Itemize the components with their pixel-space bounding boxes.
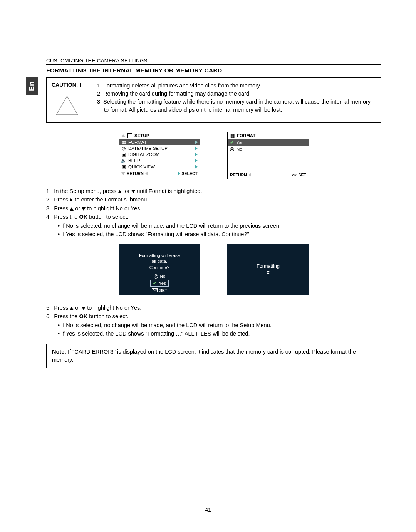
caution-item: 1. Formatting deletes all pictures and v… [97, 82, 376, 90]
lcd-item: 🔈BEEP [119, 158, 200, 164]
language-tab-label: En [28, 81, 36, 91]
eye-icon: ▣ [121, 164, 126, 169]
x-circle-icon [154, 274, 158, 279]
caution-box: CAUTION: ! 1. Formatting deletes all pic… [46, 77, 381, 123]
triangle-down-icon [131, 190, 135, 193]
lcd-footer-select: SELECT [182, 171, 198, 176]
triangle-left-icon [145, 171, 148, 175]
triangle-up-icon [70, 207, 74, 211]
lcd-item: ◷DATE/TIME SETUP [119, 145, 200, 151]
page-number: 41 [0, 507, 416, 513]
lcd-progress: Formatting ⧗ [227, 244, 309, 295]
triangle-down-icon [82, 307, 86, 310]
lcd-title: FORMAT [237, 133, 255, 138]
step: 4. Press the OK button to select. [46, 213, 381, 221]
step: 6. Press the OK button to select. [46, 312, 381, 321]
step-sub: • If No is selected, no change will be m… [46, 321, 381, 329]
x-circle-icon [230, 147, 234, 151]
breadcrumb: CUSTOMIZING THE CAMERA SETTINGS [46, 58, 381, 65]
triangle-down-icon [82, 207, 86, 211]
speaker-icon: 🔈 [121, 158, 126, 163]
step-sub: • If No is selected, no change will be m… [46, 222, 381, 230]
lcd-row-2: Formatting will erase all data. Continue… [46, 244, 381, 295]
step: 1. In the Setup menu, press or until For… [46, 187, 381, 195]
triangle-right-icon [195, 146, 198, 150]
lcd-item: ▣DIGITAL ZOOM [119, 151, 200, 158]
triangle-left-icon [248, 173, 251, 177]
ok-icon: OK [152, 288, 158, 292]
warning-triangle-icon [55, 96, 79, 116]
lcd-row-1: SETUP ▦FORMAT ◷DATE/TIME SETUP ▣DIGITAL … [46, 132, 381, 179]
confirm-message: Formatting will erase all data. Continue… [139, 253, 180, 271]
step-sub: • If Yes is selected, the LCD shows "For… [46, 230, 381, 238]
gear-icon [127, 133, 132, 138]
check-icon: ✔ [230, 140, 234, 145]
option-yes: ✔Yes [150, 280, 169, 287]
progress-label: Formatting [257, 263, 280, 269]
caution-label: CAUTION: ! [52, 82, 90, 91]
steps-block-2: 5. Press or to highlight No or Yes. 6. P… [46, 304, 381, 338]
lcd-footer-return: RETURN [230, 173, 247, 177]
triangle-right-icon [70, 198, 73, 202]
lcd-setup: SETUP ▦FORMAT ◷DATE/TIME SETUP ▣DIGITAL … [119, 132, 200, 179]
triangle-right-icon [178, 171, 180, 175]
step-sub: • If Yes is selected, the LCD shows "For… [46, 329, 381, 338]
step: 2. Press to enter the Format submenu. [46, 195, 381, 204]
option-no: No [151, 274, 168, 279]
lcd-title: SETUP [134, 133, 149, 138]
lcd-confirm: Formatting will erase all data. Continue… [119, 244, 200, 295]
lcd-footer-return: RETURN [127, 171, 144, 176]
triangle-right-icon [195, 140, 198, 144]
triangle-right-icon [195, 165, 198, 169]
lcd-item-no: No [228, 146, 309, 152]
confirm-footer: OKSET [119, 288, 200, 293]
triangle-right-icon [195, 159, 198, 163]
caution-text: 1. Formatting deletes all pictures and v… [97, 82, 376, 117]
lcd-format: ▦ FORMAT ✔Yes No RETURN OKSET [227, 132, 309, 179]
triangle-up-icon [118, 190, 122, 193]
clock-icon: ◷ [121, 146, 126, 151]
step: 5. Press or to highlight No or Yes. [46, 304, 381, 312]
grid-icon: ▦ [121, 140, 126, 144]
confirm-options: No ✔Yes [150, 274, 169, 287]
section-title: FORMATTING THE INTERNAL MEMORY OR MEMORY… [46, 67, 381, 74]
caution-item: 2. Removing the card during formatting m… [97, 90, 376, 98]
triangle-up-icon [70, 307, 74, 310]
check-icon: ✔ [153, 280, 157, 286]
language-tab: En [26, 77, 38, 95]
note-label: Note: [52, 349, 66, 355]
lcd-item-format: ▦FORMAT [119, 139, 200, 145]
triangle-right-icon [195, 153, 198, 156]
svg-marker-0 [56, 96, 78, 115]
lcd-item-yes: ✔Yes [228, 139, 309, 146]
hourglass-icon: ⧗ [266, 269, 270, 275]
triangle-down-icon [121, 172, 125, 175]
zoom-icon: ▣ [121, 152, 126, 157]
caution-item: 3. Selecting the formatting feature whil… [97, 98, 376, 114]
lcd-footer-set: SET [299, 173, 306, 177]
grid-icon: ▦ [230, 133, 235, 138]
note-box: Note: If "CARD ERROR!" is displayed on t… [46, 344, 381, 368]
ok-icon: OK [292, 173, 297, 177]
steps-block-1: 1. In the Setup menu, press or until For… [46, 187, 381, 239]
step: 3. Press or to highlight No or Yes. [46, 204, 381, 213]
note-text: If "CARD ERROR!" is displayed on the LCD… [52, 349, 356, 363]
lcd-item: ▣QUICK VIEW [119, 164, 200, 170]
triangle-up-icon [121, 134, 125, 137]
